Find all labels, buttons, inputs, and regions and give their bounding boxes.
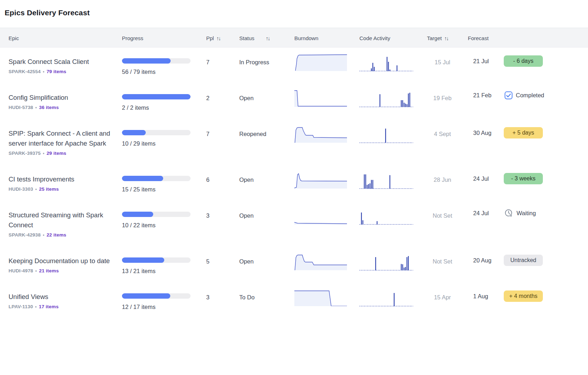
epic-name-link[interactable]: SPIP: Spark Connect - A client and serve… [9,129,115,148]
epic-name-link[interactable]: Spark Connect Scala Client [9,57,115,67]
code-activity-cell [359,119,427,143]
forecast-date: 21 Jul [473,58,496,65]
burndown-cell [294,83,359,107]
epic-items-count[interactable]: 21 items [39,268,59,273]
progress-cell: 56 / 79 items [122,48,206,75]
forecast-badge: - 3 weeks [504,173,543,184]
burndown-sparkline [294,207,347,224]
ppl-count: 7 [206,119,239,137]
completed-checkbox[interactable] [504,91,513,99]
code-activity-sparkline [359,55,413,72]
sort-icon[interactable]: ↑↓ [444,35,448,41]
progress-cell: 10 / 29 items [122,119,206,147]
table-row: Unified ViewsLPAV-1130•17 items12 / 17 i… [0,283,588,319]
ppl-count: 2 [206,83,239,102]
ppl-count: 6 [206,165,239,183]
ppl-count: 3 [206,283,239,301]
progress-label: 2 / 2 items [122,104,206,111]
code-activity-cell [359,247,427,271]
progress-bar-fill [122,130,146,135]
bullet-separator: • [35,304,37,309]
waiting-label: Waiting [517,210,536,217]
forecast-cell: 20 AugUntracked [468,247,588,266]
progress-cell: 13 / 21 items [122,247,206,275]
progress-bar [122,176,191,181]
burndown-cell [294,165,359,189]
forecast-badge: - 6 days [504,55,543,67]
status-text: Reopened [239,119,294,137]
target-date: 4 Sept [427,119,468,137]
epic-key: LPAV-1130 [9,304,33,309]
status-text: In Progress [239,48,294,66]
progress-bar [122,58,191,64]
column-header-code-activity: Code Activity [359,28,427,48]
progress-bar [122,94,191,99]
column-header-epic: Epic [0,28,122,48]
epic-key: HUDI-5738 [9,105,33,110]
epic-meta: SPARK-39375•29 items [9,151,122,156]
code-activity-cell [359,83,427,108]
waiting-clock-icon [504,209,513,218]
completed-checkbox-icon[interactable] [504,91,513,99]
epic-name-link[interactable]: Unified Views [9,292,115,302]
epic-cell: Keeping Documentation up to dateHUDI-497… [0,247,122,283]
sort-icon[interactable]: ↑↓ [217,35,220,41]
epic-items-count[interactable]: 79 items [47,69,66,74]
table-row: Keeping Documentation up to dateHUDI-497… [0,247,588,283]
forecast-date: 20 Aug [473,257,496,264]
column-header-burndown: Burndown [294,28,359,48]
burndown-cell [294,119,359,143]
table-row: SPIP: Spark Connect - A client and serve… [0,119,588,165]
column-label: Ppl [206,35,214,41]
epic-name-link[interactable]: Structured Streaming with Spark Connect [9,210,115,230]
epic-cell: Config SimplificationHUDI-5738•36 items [0,83,122,119]
code-activity-sparkline [359,255,413,271]
epics-table-body: Spark Connect Scala ClientSPARK-42554•79… [0,48,588,319]
status-text: Open [239,83,294,102]
bullet-separator: • [43,69,44,74]
bullet-separator: • [43,151,44,156]
bullet-separator: • [43,233,44,238]
status-text: Open [239,165,294,183]
epic-items-count[interactable]: 29 items [47,151,66,156]
code-activity-sparkline [359,127,413,143]
bullet-separator: • [35,187,37,192]
column-label: Code Activity [359,35,390,41]
epic-meta: HUDI-3303•25 items [9,186,122,192]
epic-key: SPARK-42554 [9,69,41,74]
column-label: Forecast [468,35,488,41]
code-activity-cell [359,201,427,225]
epic-items-count[interactable]: 25 items [39,186,59,192]
epic-name-link[interactable]: Config Simplification [9,93,115,103]
epic-items-count[interactable]: 36 items [39,105,59,110]
epic-key: HUDI-3303 [9,186,33,192]
ppl-count: 3 [206,201,239,219]
burndown-sparkline [294,89,347,107]
progress-cell: 12 / 17 items [122,283,206,310]
column-header-status: Status↑↓ [239,28,294,48]
table-header: EpicProgressPpl↑↓Status↑↓BurndownCode Ac… [0,28,588,48]
sort-icon[interactable]: ↑↓ [266,35,270,41]
epic-items-count[interactable]: 17 items [39,304,59,309]
epic-name-link[interactable]: CI tests Improvements [9,174,115,184]
epic-meta: SPARK-42554•79 items [9,69,122,74]
epic-meta: HUDI-5738•36 items [9,105,122,110]
table-row: Structured Streaming with Spark ConnectS… [0,201,588,247]
page-title: Epics Delivery Forecast [0,0,588,17]
burndown-cell [294,48,359,71]
status-text: To Do [239,283,294,301]
forecast-badge: + 4 months [504,290,543,302]
target-date: 19 Feb [427,83,468,102]
epic-meta: LPAV-1130•17 items [9,304,122,309]
forecast-date: 24 Jul [473,175,496,182]
progress-label: 12 / 17 items [122,304,206,310]
progress-cell: 2 / 2 items [122,83,206,111]
forecast-date: 21 Feb [473,92,496,99]
forecast-badge: Untracked [504,255,543,266]
target-date: 28 Jun [427,165,468,183]
table-row: Spark Connect Scala ClientSPARK-42554•79… [0,48,588,83]
epic-items-count[interactable]: 22 items [47,232,66,238]
status-text: Open [239,201,294,219]
progress-bar-fill [122,293,170,299]
epic-name-link[interactable]: Keeping Documentation up to date [9,256,115,266]
